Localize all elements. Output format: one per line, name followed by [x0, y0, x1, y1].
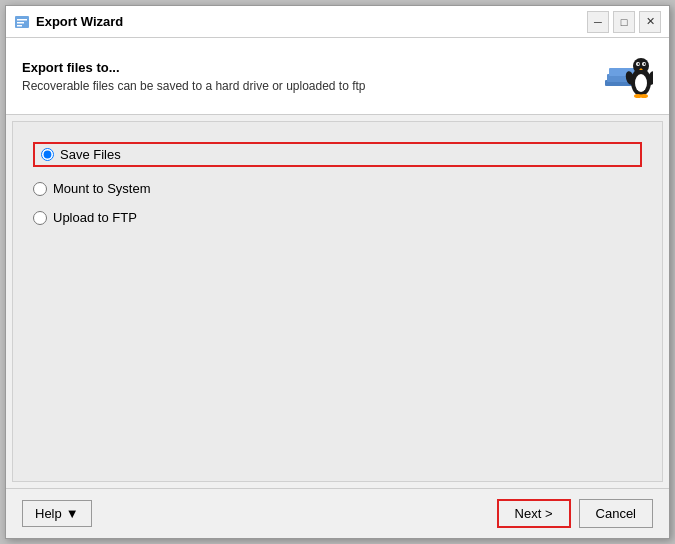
help-label: Help — [35, 506, 62, 521]
svg-point-18 — [640, 94, 648, 98]
upload-ftp-option[interactable]: Upload to FTP — [33, 210, 642, 225]
help-button[interactable]: Help ▼ — [22, 500, 92, 527]
wizard-icon — [14, 14, 30, 30]
svg-point-9 — [633, 58, 649, 74]
svg-point-8 — [635, 74, 647, 92]
svg-rect-1 — [17, 19, 27, 21]
mount-system-label: Mount to System — [53, 181, 151, 196]
title-controls: ─ □ ✕ — [587, 11, 661, 33]
svg-rect-2 — [17, 22, 24, 24]
svg-rect-3 — [17, 25, 22, 27]
minimize-button[interactable]: ─ — [587, 11, 609, 33]
svg-point-12 — [638, 63, 640, 65]
close-button[interactable]: ✕ — [639, 11, 661, 33]
title-bar: Export Wizard ─ □ ✕ — [6, 6, 669, 38]
save-files-label: Save Files — [60, 147, 121, 162]
header-title: Export files to... — [22, 60, 366, 75]
upload-ftp-label: Upload to FTP — [53, 210, 137, 225]
header-subtitle: Recoverable files can be saved to a hard… — [22, 79, 366, 93]
content-area: Save Files Mount to System Upload to FTP — [12, 121, 663, 482]
mount-system-option[interactable]: Mount to System — [33, 181, 642, 196]
save-files-option[interactable]: Save Files — [33, 142, 642, 167]
header-section: Export files to... Recoverable files can… — [6, 38, 669, 115]
mount-system-radio[interactable] — [33, 182, 47, 196]
maximize-button[interactable]: □ — [613, 11, 635, 33]
next-button[interactable]: Next > — [497, 499, 571, 528]
save-files-radio[interactable] — [41, 148, 54, 161]
header-text: Export files to... Recoverable files can… — [22, 60, 366, 93]
title-bar-left: Export Wizard — [14, 14, 123, 30]
penguin-icon — [601, 50, 653, 102]
cancel-button[interactable]: Cancel — [579, 499, 653, 528]
svg-point-13 — [644, 63, 646, 65]
footer-buttons: Next > Cancel — [497, 499, 653, 528]
upload-ftp-radio[interactable] — [33, 211, 47, 225]
window-title: Export Wizard — [36, 14, 123, 29]
footer: Help ▼ Next > Cancel — [6, 488, 669, 538]
help-dropdown-arrow: ▼ — [66, 506, 79, 521]
export-wizard-window: Export Wizard ─ □ ✕ Export files to... R… — [5, 5, 670, 539]
